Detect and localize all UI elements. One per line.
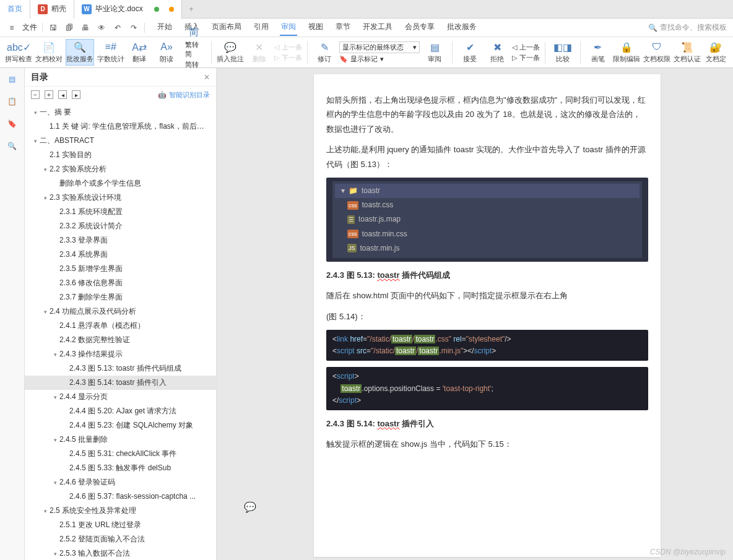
outline-item[interactable]: ▾2.3 实验系统设计环境 xyxy=(25,191,216,205)
outline-item[interactable]: ▾2.4.5 批量删除 xyxy=(25,433,216,447)
outline-item[interactable]: 1.1 关 键 词: 学生信息管理系统，flask，前后端 ... xyxy=(25,119,216,134)
search-rail-icon[interactable]: 🔍 xyxy=(6,140,19,152)
chevron-down-icon[interactable]: ▾ xyxy=(41,309,50,315)
show-marks-button[interactable]: 🔖 显示标记 ▾ xyxy=(339,54,420,64)
smart-recognize-button[interactable]: 🤖智能识别目录 xyxy=(158,90,210,100)
doc-permission-button[interactable]: 🛡文档权限 xyxy=(643,40,670,65)
undo-icon[interactable]: ↶ xyxy=(112,22,123,33)
next-change[interactable]: ▷ 下一条 xyxy=(512,53,540,62)
search-box[interactable]: 🔍 查找命令、搜索模板 xyxy=(648,22,727,33)
outline-item[interactable]: 2.5.2 登陆页面输入不合法 xyxy=(25,532,216,546)
outline-item[interactable]: 2.3.6 修改信息界面 xyxy=(25,276,216,290)
outline-item[interactable]: ▾2.4 功能点展示及代码分析 xyxy=(25,304,216,319)
outline-rail-icon[interactable]: ▤ xyxy=(6,73,19,85)
document-area[interactable]: 💬 如箭头所指，右上角出现绿色提示框，框内信息为"修改数据成功"，同时我们可以发… xyxy=(217,68,733,560)
batch-service-button[interactable]: 🔍批改服务 xyxy=(66,39,95,66)
outline-item[interactable]: 2.4.6 图 5.37: flask-session-captcha ... xyxy=(25,489,216,504)
outline-item[interactable]: 2.4.1 悬浮表单（模态框） xyxy=(25,319,216,333)
outline-item[interactable]: ▾一、摘 要 xyxy=(25,105,216,119)
tab-docker[interactable]: D稻壳 xyxy=(30,0,74,19)
outline-item[interactable]: 2.3.3 登录界面 xyxy=(25,233,216,248)
outline-item[interactable]: ▾2.4.6 登录验证码 xyxy=(25,475,216,489)
chevron-down-icon[interactable]: ▾ xyxy=(41,195,50,201)
doc-lock-button[interactable]: 🔐文档定 xyxy=(703,40,728,65)
tab-devtools[interactable]: 开发工具 xyxy=(362,19,394,36)
outline-item[interactable]: 2.3.5 新增学生界面 xyxy=(25,262,216,276)
prev-comment[interactable]: ◁ 上一条 xyxy=(274,43,302,52)
read-aloud-button[interactable]: A»朗读 xyxy=(154,40,179,65)
tab-review[interactable]: 审阅 xyxy=(280,19,297,36)
outline-item[interactable]: ▾2.4.4 显示分页 xyxy=(25,390,216,404)
tab-chapter[interactable]: 章节 xyxy=(334,19,352,36)
save-as-icon[interactable]: 🗐 xyxy=(64,22,75,33)
reject-button[interactable]: ✖拒绝 xyxy=(485,40,510,65)
outline-item[interactable]: 2.4.2 数据完整性验证 xyxy=(25,333,216,347)
tab-member[interactable]: 会员专享 xyxy=(404,19,436,36)
print-icon[interactable]: 🖶 xyxy=(80,22,91,33)
chevron-down-icon[interactable]: ▾ xyxy=(41,508,50,514)
chevron-down-icon[interactable]: ▾ xyxy=(51,394,59,400)
review-pane-button[interactable]: ▤审阅 xyxy=(422,40,447,65)
outline-item[interactable]: 2.4.3 图 5.13: toastr 插件代码组成 xyxy=(25,361,216,376)
tab-home[interactable]: 首页 xyxy=(0,0,30,19)
outline-item[interactable]: 删除单个或多个学生信息 xyxy=(25,176,216,191)
hamburger-icon[interactable]: ≡ xyxy=(6,22,17,33)
outline-item[interactable]: 2.4.5 图 5.31: checkAllClick 事件 xyxy=(25,447,216,461)
chevron-down-icon[interactable]: ▾ xyxy=(51,351,59,358)
clipboard-rail-icon[interactable]: 📋 xyxy=(6,95,19,108)
promote-icon[interactable]: ◂ xyxy=(58,90,67,99)
accept-button[interactable]: ✔接受 xyxy=(458,40,482,65)
tab-correction[interactable]: 批改服务 xyxy=(446,19,478,36)
print-preview-icon[interactable]: 👁 xyxy=(96,22,107,33)
tab-start[interactable]: 开始 xyxy=(156,19,173,36)
track-changes-button[interactable]: ✎修订 xyxy=(312,40,337,65)
ink-button[interactable]: ✒画笔 xyxy=(586,40,610,65)
next-comment[interactable]: ▷ 下一条 xyxy=(274,53,302,62)
track-state-select[interactable]: 显示标记的最终状态▾ xyxy=(339,41,420,53)
outline-item[interactable]: 2.4.4 图 5.20: AJax get 请求方法 xyxy=(25,404,216,418)
expand-all-icon[interactable]: + xyxy=(45,90,53,99)
outline-item[interactable]: 2.3.2 系统设计简介 xyxy=(25,219,216,233)
insert-comment-button[interactable]: 💬插入批注 xyxy=(217,40,245,65)
chevron-down-icon[interactable]: ▾ xyxy=(51,480,59,486)
outline-item[interactable]: 2.3.4 系统界面 xyxy=(25,248,216,262)
outline-item[interactable]: 2.3.7 删除学生界面 xyxy=(25,290,216,304)
spell-check-button[interactable]: abc✓拼写检查 xyxy=(5,40,33,65)
prev-change[interactable]: ◁ 上一条 xyxy=(512,43,540,52)
outline-item[interactable]: 2.4.4 图 5.23: 创建 SQLAlchemy 对象 xyxy=(25,418,216,433)
outline-item[interactable]: 2.4.5 图 5.33: 触发事件 delSub xyxy=(25,461,216,475)
outline-item[interactable]: ▾2.4.3 操作结果提示 xyxy=(25,347,216,361)
tab-layout[interactable]: 页面布局 xyxy=(210,19,243,36)
outline-item[interactable]: 2.4.3 图 5.14: toastr 插件引入 xyxy=(25,376,216,390)
save-icon[interactable]: 🖫 xyxy=(48,22,59,33)
outline-item[interactable]: ▾2.2 实验系统分析 xyxy=(25,162,216,176)
chevron-down-icon[interactable]: ▾ xyxy=(41,166,50,173)
outline-item[interactable]: ▾2.5 系统安全性及异常处理 xyxy=(25,504,216,518)
close-panel-button[interactable]: ✕ xyxy=(204,73,210,82)
compare-button[interactable]: ◧◨比较 xyxy=(550,40,575,65)
tab-reference[interactable]: 引用 xyxy=(253,19,270,36)
chevron-down-icon[interactable]: ▾ xyxy=(31,110,40,116)
delete-comment-button[interactable]: ✕删除 xyxy=(247,40,272,65)
tab-view[interactable]: 视图 xyxy=(307,19,324,36)
demote-icon[interactable]: ▸ xyxy=(72,90,80,99)
outline-tree[interactable]: ▾一、摘 要1.1 关 键 词: 学生信息管理系统，flask，前后端 ...▾… xyxy=(25,103,216,560)
doc-proof-button[interactable]: 📄文档校对 xyxy=(35,40,63,65)
outline-item[interactable]: 2.1 实验目的 xyxy=(25,148,216,162)
outline-item[interactable]: ▾二、ABSTRACT xyxy=(25,134,216,148)
bookmark-rail-icon[interactable]: 🔖 xyxy=(6,118,19,130)
page-comment-icon[interactable]: 💬 xyxy=(244,501,256,513)
redo-icon[interactable]: ↷ xyxy=(128,22,139,33)
word-count-button[interactable]: ≡#字数统计 xyxy=(97,40,124,65)
doc-cert-button[interactable]: 📜文档认证 xyxy=(673,40,701,65)
restrict-edit-button[interactable]: 🔒限制编辑 xyxy=(613,40,641,65)
chevron-down-icon[interactable]: ▾ xyxy=(51,551,59,557)
translate-button[interactable]: A⇄翻译 xyxy=(127,40,152,65)
outline-item[interactable]: 2.5.1 更改 URL 绕过登录 xyxy=(25,518,216,532)
chevron-down-icon[interactable]: ▾ xyxy=(31,138,40,144)
new-tab-button[interactable]: ＋ xyxy=(182,4,201,14)
outline-item[interactable]: ▾2.5.3 输入数据不合法 xyxy=(25,546,216,560)
file-menu[interactable]: 文件 xyxy=(22,22,37,33)
tab-document[interactable]: W毕业论文.docx xyxy=(74,0,182,19)
chevron-down-icon[interactable]: ▾ xyxy=(51,437,59,443)
